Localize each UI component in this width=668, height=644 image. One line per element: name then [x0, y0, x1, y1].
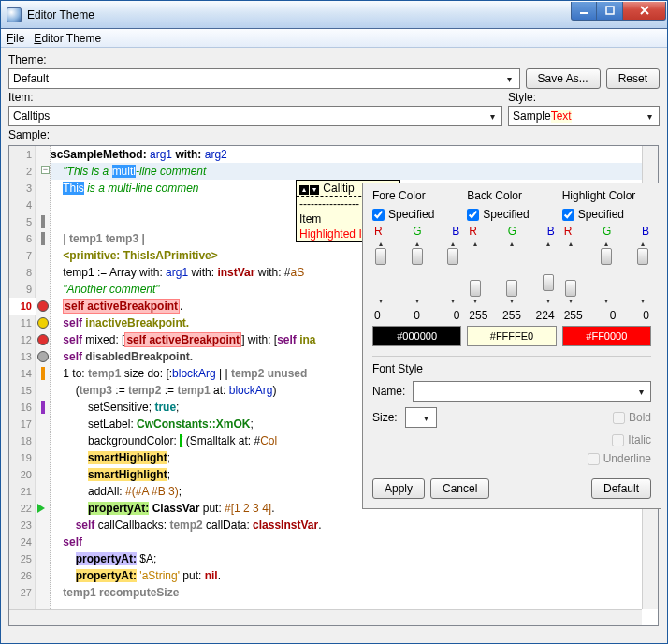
- back-swatch: #FFFFE0: [467, 326, 556, 346]
- hl-g-slider[interactable]: ▴▾: [598, 240, 615, 305]
- font-size-combo[interactable]: ▾: [405, 407, 437, 428]
- content: Theme: Default▾ Save As... Reset Item: C…: [1, 48, 667, 643]
- window-title: Editor Theme: [27, 8, 571, 22]
- fore-b-slider[interactable]: ▴▾: [444, 240, 461, 305]
- reset-button[interactable]: Reset: [606, 68, 660, 89]
- horizontal-scrollbar[interactable]: [9, 609, 642, 625]
- minimize-button[interactable]: [571, 2, 597, 21]
- breakpoint-icon[interactable]: [37, 351, 49, 362]
- cancel-button[interactable]: Cancel: [430, 478, 489, 499]
- font-size-label: Size:: [372, 411, 398, 424]
- calltip-up-icon[interactable]: ▴: [299, 185, 309, 195]
- window-buttons: [571, 2, 666, 21]
- breakpoint-icon[interactable]: [37, 300, 49, 312]
- apply-button[interactable]: Apply: [372, 478, 425, 499]
- back-r-slider[interactable]: ▴▾: [467, 240, 484, 305]
- item-label: Item:: [8, 91, 502, 104]
- font-name-label: Name:: [372, 385, 405, 398]
- fore-r-slider[interactable]: ▴▾: [372, 240, 389, 305]
- svg-rect-1: [606, 7, 614, 14]
- hl-b-slider[interactable]: ▴▾: [634, 240, 651, 305]
- font-style-group: Font Style Name: ▾ Size: ▾ Bold Italic U…: [372, 356, 651, 465]
- bold-checkbox[interactable]: Bold: [613, 411, 651, 424]
- back-b-slider[interactable]: ▴▾: [540, 240, 557, 305]
- menu-editor-theme[interactable]: Editor Theme: [34, 32, 101, 45]
- fore-g-slider[interactable]: ▴▾: [409, 240, 426, 305]
- highlight-color-group: Highlight Color Specified RGB ▴▾ ▴▾ ▴▾ 2…: [562, 189, 651, 346]
- chevron-down-icon: ▾: [485, 109, 500, 124]
- default-button[interactable]: Default: [591, 478, 651, 499]
- maximize-button[interactable]: [597, 2, 623, 21]
- window: Editor Theme File Editor Theme Theme: De…: [0, 0, 668, 644]
- back-specified-checkbox[interactable]: Specified: [467, 208, 556, 221]
- svg-rect-0: [580, 12, 588, 14]
- style-combo[interactable]: Sample Text▾: [508, 106, 660, 126]
- sample-label: Sample:: [8, 128, 660, 141]
- close-button[interactable]: [623, 2, 666, 21]
- back-color-group: Back Color Specified RGB ▴▾ ▴▾ ▴▾ 255255…: [467, 189, 556, 346]
- calltip-down-icon[interactable]: ▾: [310, 185, 319, 195]
- italic-checkbox[interactable]: Italic: [612, 433, 651, 446]
- fold-toggle[interactable]: −: [41, 166, 50, 174]
- theme-label: Theme:: [8, 53, 660, 66]
- menu-file[interactable]: File: [7, 32, 24, 45]
- theme-combo[interactable]: Default▾: [8, 68, 520, 89]
- breakpoint-icon[interactable]: [37, 317, 49, 329]
- breakpoint-icon[interactable]: [37, 334, 49, 345]
- style-label: Style:: [508, 91, 660, 104]
- titlebar[interactable]: Editor Theme: [1, 1, 667, 29]
- item-combo[interactable]: Calltips▾: [8, 106, 502, 126]
- hl-specified-checkbox[interactable]: Specified: [562, 208, 651, 221]
- app-icon: [7, 7, 22, 22]
- saveas-button[interactable]: Save As...: [526, 68, 601, 89]
- hl-r-slider[interactable]: ▴▾: [562, 240, 579, 305]
- fore-specified-checkbox[interactable]: Specified: [372, 208, 461, 221]
- back-g-slider[interactable]: ▴▾: [503, 240, 520, 305]
- exec-pointer-icon: [37, 504, 45, 513]
- fore-swatch: #000000: [372, 326, 461, 346]
- menubar: File Editor Theme: [1, 29, 667, 48]
- underline-checkbox[interactable]: Underline: [588, 452, 651, 465]
- font-style-title: Font Style: [372, 362, 651, 375]
- chevron-down-icon: ▾: [502, 71, 517, 86]
- fore-color-group: Fore Color Specified RGB ▴▾ ▴▾ ▴▾ 000 #0…: [372, 189, 461, 346]
- chevron-down-icon: ▾: [642, 109, 657, 124]
- font-name-combo[interactable]: ▾: [413, 381, 651, 402]
- hl-swatch: #FF0000: [562, 326, 651, 346]
- color-font-panel: Fore Color Specified RGB ▴▾ ▴▾ ▴▾ 000 #0…: [362, 183, 661, 509]
